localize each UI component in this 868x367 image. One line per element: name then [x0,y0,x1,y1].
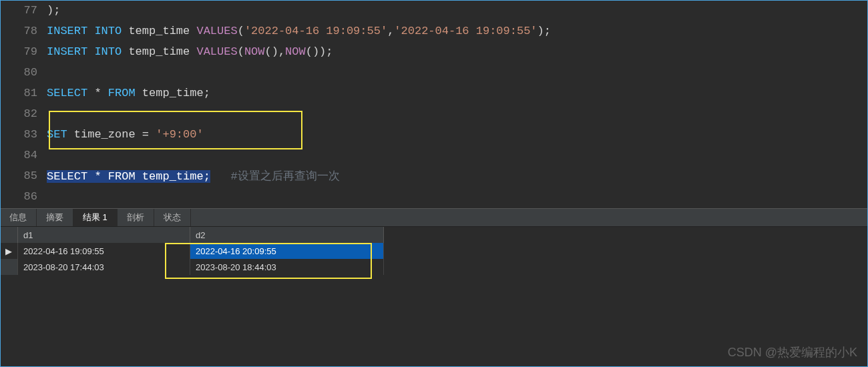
cell-d2[interactable]: 2022-04-16 20:09:55 [190,243,384,259]
watermark: CSDN @热爱编程的小K [728,344,857,360]
line-number: 86 [0,190,47,203]
results-panel: d1d2▶2022-04-16 19:09:552022-04-16 20:09… [0,227,868,275]
tab-摘要[interactable]: 摘要 [37,209,73,226]
table-row[interactable]: ▶2022-04-16 19:09:552022-04-16 20:09:55 [0,243,384,259]
tab-状态[interactable]: 状态 [154,209,191,226]
line-number: 84 [0,149,47,161]
code-content[interactable]: ); [47,4,868,17]
code-line[interactable]: 85SELECT * FROM temp_time; #设置之后再查询一次 [0,165,868,186]
column-header[interactable]: d2 [190,227,384,243]
line-number: 78 [0,25,47,37]
tab-剖析[interactable]: 剖析 [118,209,154,226]
line-number: 77 [0,4,47,17]
code-line[interactable]: 77); [0,0,868,21]
code-line[interactable]: 82 [0,103,868,124]
code-line[interactable]: 80 [0,62,868,83]
code-content[interactable]: INSERT INTO temp_time VALUES('2022-04-16… [47,25,868,37]
code-content[interactable]: SELECT * FROM temp_time; [47,87,868,99]
cell-d1[interactable]: 2022-04-16 19:09:55 [18,243,190,259]
tab-结果 1[interactable]: 结果 1 [73,209,118,226]
line-number: 85 [0,169,47,182]
column-header[interactable]: d1 [18,227,190,243]
code-line[interactable]: 83SET time_zone = '+9:00' [0,124,868,145]
cell-d2[interactable]: 2023-08-20 18:44:03 [190,259,384,275]
code-editor[interactable]: 77);78INSERT INTO temp_time VALUES('2022… [0,0,868,208]
code-content[interactable]: INSERT INTO temp_time VALUES(NOW(),NOW()… [47,45,868,58]
code-content[interactable]: SELECT * FROM temp_time; #设置之后再查询一次 [47,168,868,184]
tab-信息[interactable]: 信息 [0,209,37,226]
line-number: 81 [0,87,47,99]
code-line[interactable]: 84 [0,145,868,165]
results-table[interactable]: d1d2▶2022-04-16 19:09:552022-04-16 20:09… [0,227,384,275]
line-number: 79 [0,45,47,58]
code-line[interactable]: 78INSERT INTO temp_time VALUES('2022-04-… [0,21,868,41]
cell-d1[interactable]: 2023-08-20 17:44:03 [18,259,190,275]
line-number: 80 [0,66,47,79]
code-line[interactable]: 81SELECT * FROM temp_time; [0,83,868,103]
result-tabs: 信息摘要结果 1剖析状态 [0,208,868,227]
code-line[interactable]: 86 [0,186,868,207]
code-line[interactable]: 79INSERT INTO temp_time VALUES(NOW(),NOW… [0,41,868,62]
line-number: 83 [0,128,47,141]
code-content[interactable]: SET time_zone = '+9:00' [47,128,868,141]
line-number: 82 [0,107,47,120]
table-row[interactable]: 2023-08-20 17:44:032023-08-20 18:44:03 [0,259,384,275]
